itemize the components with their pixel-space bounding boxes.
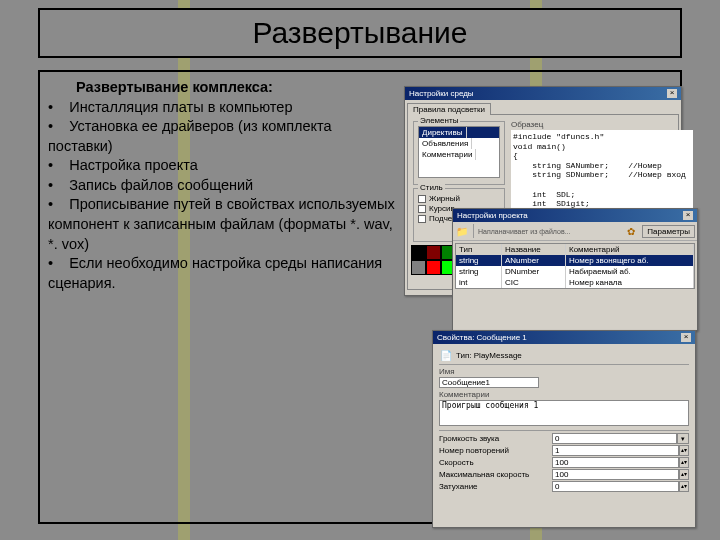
gear-icon[interactable]: ✿ xyxy=(624,224,638,238)
bullet-item: • Если необходимо настройка среды написа… xyxy=(48,254,400,293)
window-message-properties: Свойства: Сообщение 1 × 📄 Тип: PlayMessa… xyxy=(432,330,696,528)
chevron-down-icon: ▾ xyxy=(677,433,689,444)
window-title: Свойства: Сообщение 1 xyxy=(437,333,527,342)
sample-label: Образец xyxy=(511,120,693,129)
close-icon[interactable]: × xyxy=(681,333,691,342)
speed-label: Скорость xyxy=(439,458,549,467)
group-style-label: Стиль xyxy=(418,183,445,192)
list-item[interactable]: Объявления xyxy=(419,138,499,149)
color-swatch[interactable] xyxy=(426,245,441,260)
folder-icon[interactable]: 📁 xyxy=(455,224,469,238)
titlebar[interactable]: Настройки проекта × xyxy=(453,209,697,222)
slide-title-box: Развертывание xyxy=(38,8,682,58)
maxspeed-label: Максимальная скорость xyxy=(439,470,549,479)
slide-title: Развертывание xyxy=(252,16,467,50)
doc-icon: 📄 xyxy=(439,348,453,362)
delay-label: Затухание xyxy=(439,482,549,491)
params-button[interactable]: Параметры xyxy=(642,225,695,238)
bullet-item: • Настройка проекта xyxy=(48,156,400,176)
table-row[interactable]: intCICНомер канала xyxy=(456,277,694,288)
checkbox-bold[interactable]: Жирный xyxy=(418,194,500,203)
tab-highlight-rules[interactable]: Правила подсветки xyxy=(407,103,491,115)
color-swatch[interactable] xyxy=(411,245,426,260)
comment-label: Комментарии xyxy=(439,390,689,399)
list-item[interactable]: Комментарии xyxy=(419,149,499,160)
path-label: Нап­ла­начивает из файлов... xyxy=(478,228,620,235)
volume-label: Громкость звука xyxy=(439,434,549,443)
bullet-item: • Инсталляция платы в компьютер xyxy=(48,98,400,118)
repeat-label: Номер повторений xyxy=(439,446,549,455)
window-project-settings: Настройки проекта × 📁 Нап­ла­начивает из… xyxy=(452,208,698,331)
close-icon[interactable]: × xyxy=(683,211,693,220)
color-swatch[interactable] xyxy=(411,260,426,275)
list-item[interactable]: Директивы xyxy=(419,127,499,138)
table-row[interactable]: stringDNumberНабираемый аб. xyxy=(456,266,694,277)
bullet-item: • Установка ее драйверов (из комплекта п… xyxy=(48,117,400,156)
name-input[interactable] xyxy=(439,377,539,388)
name-label: Имя xyxy=(439,367,689,376)
group-elements-label: Элементы xyxy=(418,116,460,125)
volume-select[interactable]: ▾ xyxy=(552,433,689,444)
bullet-item: • Прописывание путей в свойствах использ… xyxy=(48,195,400,254)
type-label: Тип: PlayMessage xyxy=(456,351,522,360)
variables-list: Тип Название Комментарий stringANumberНо… xyxy=(455,243,695,289)
delay-spinner[interactable]: ▴▾ xyxy=(552,481,689,492)
repeat-spinner[interactable]: ▴▾ xyxy=(552,445,689,456)
window-title: Настройки проекта xyxy=(457,211,528,220)
col-name[interactable]: Название xyxy=(502,244,566,255)
table-row[interactable]: stringANumberНомер звонящего аб. xyxy=(456,255,694,266)
titlebar[interactable]: Настройки среды × xyxy=(405,87,681,100)
color-swatch[interactable] xyxy=(426,260,441,275)
comment-input[interactable] xyxy=(439,400,689,426)
slide-text: Развертывание комплекса: • Инсталляция п… xyxy=(48,78,400,293)
bullet-item: • Запись файлов сообщений xyxy=(48,176,400,196)
titlebar[interactable]: Свойства: Сообщение 1 × xyxy=(433,331,695,344)
col-type[interactable]: Тип xyxy=(456,244,502,255)
slide-heading: Развертывание комплекса: xyxy=(48,78,400,98)
window-title: Настройки среды xyxy=(409,89,474,98)
col-comment[interactable]: Комментарий xyxy=(566,244,694,255)
maxspeed-spinner[interactable]: ▴▾ xyxy=(552,469,689,480)
close-icon[interactable]: × xyxy=(667,89,677,98)
speed-spinner[interactable]: ▴▾ xyxy=(552,457,689,468)
